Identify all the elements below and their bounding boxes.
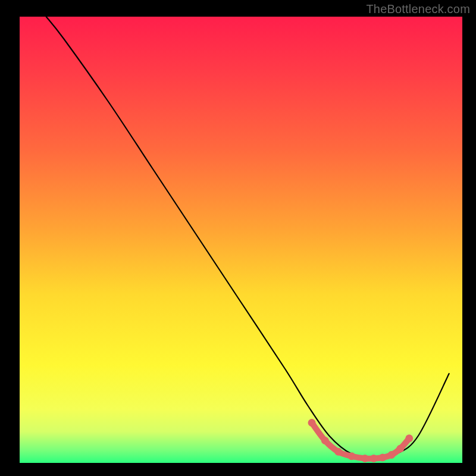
- chart-stage: TheBottleneck.com: [0, 0, 476, 476]
- optimal-range-dot: [396, 445, 404, 453]
- bottleneck-chart: [0, 0, 476, 476]
- optimal-range-dot: [361, 455, 369, 462]
- optimal-range-dot: [387, 451, 395, 459]
- watermark-text: TheBottleneck.com: [366, 2, 470, 16]
- optimal-range-dot: [370, 455, 378, 462]
- optimal-range-dot: [334, 448, 342, 456]
- optimal-range-dot: [308, 419, 316, 427]
- optimal-range-dot: [321, 437, 329, 444]
- optimal-range-dot: [348, 452, 356, 460]
- plot-background: [20, 17, 462, 463]
- optimal-range-dot: [405, 434, 413, 442]
- optimal-range-dot: [379, 454, 387, 462]
